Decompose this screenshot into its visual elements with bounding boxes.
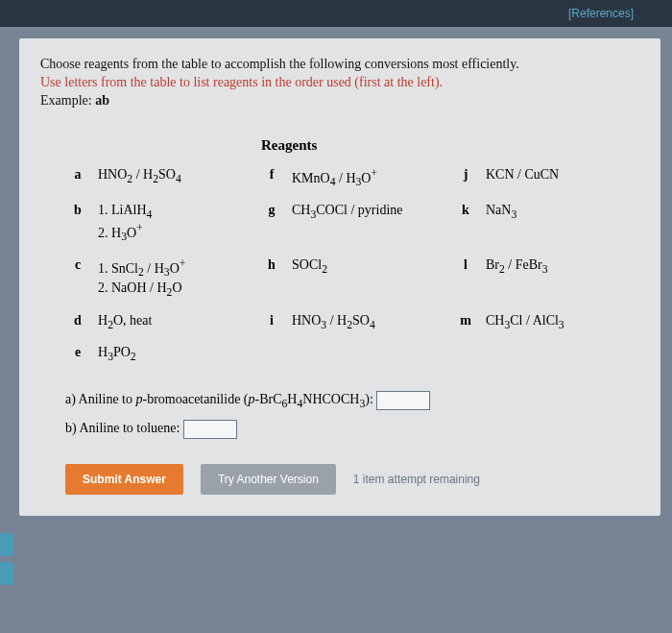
instruction-example: Example: ab [40,92,639,110]
answer-b-input[interactable] [183,420,237,439]
example-value: ab [95,93,109,108]
side-tab-2[interactable] [0,562,13,585]
question-a-ital: p [136,392,143,406]
reagent-label-j: j [453,167,478,189]
reagent-label-a: a [65,167,90,189]
attempts-remaining: 1 item attempt remaining [353,473,480,486]
reagent-g: CH3COCl / pyridine [292,203,445,244]
submit-answer-button[interactable]: Submit Answer [65,464,183,495]
reagent-j: KCN / CuCN [486,167,601,189]
side-tab-1[interactable] [0,533,13,556]
reagent-label-m: m [453,313,478,332]
reagent-e: H3PO2 [98,345,252,364]
reagent-a: HNO2 / H2SO4 [98,167,252,189]
reagent-label-h: h [259,257,284,299]
answer-a-input[interactable] [376,391,430,410]
reagent-f: KMnO4 / H3O+ [292,167,445,189]
try-another-version-button[interactable]: Try Another Version [201,464,336,495]
reagent-i: HNO3 / H2SO4 [292,313,445,332]
reagent-label-c: c [65,257,90,299]
reagent-c: 1. SnCl2 / H3O+2. NaOH / H2O [98,257,252,299]
instruction-line-2: Use letters from the table to list reage… [40,74,639,92]
reagent-k: NaN3 [486,203,601,244]
reagent-label-l: l [453,257,478,299]
reagent-label-d: d [65,313,90,332]
reagents-title: Reagents [261,137,639,154]
reagents-grid: a HNO2 / H2SO4 f KMnO4 / H3O+ j KCN / Cu… [65,167,639,365]
reagent-label-f: f [259,167,284,189]
reagent-b: 1. LiAlH42. H3O+ [98,203,252,244]
question-b-text: b) Aniline to toluene: [65,421,180,435]
reagent-label-g: g [259,203,284,244]
question-a-rest: -bromoacetanilide ( [143,392,249,406]
reagent-l: Br2 / FeBr3 [486,257,601,299]
reagent-d: H2O, heat [98,313,252,332]
reagent-m: CH3Cl / AlCl3 [486,313,601,332]
example-label: Example: [40,93,92,108]
reagent-label-b: b [65,203,90,244]
reagent-h: SOCl2 [292,257,445,299]
question-a: a) Aniline to p-bromoacetanilide (p-BrC6… [65,391,639,410]
question-a-ital2: p [249,392,255,406]
question-a-prefix: a) Aniline to [65,392,136,406]
question-b: b) Aniline to toluene: [65,420,639,439]
question-a-formula: -BrC6H4NHCOCH3): [255,392,373,406]
reagent-label-k: k [453,203,478,244]
question-panel: Choose reagents from the table to accomp… [19,38,660,516]
button-row: Submit Answer Try Another Version 1 item… [65,464,639,495]
references-link[interactable]: [References] [568,7,634,20]
reagent-label-i: i [259,313,284,332]
top-bar: [References] [0,0,672,27]
reagent-label-e: e [65,345,90,364]
instruction-line-1: Choose reagents from the table to accomp… [40,56,639,74]
